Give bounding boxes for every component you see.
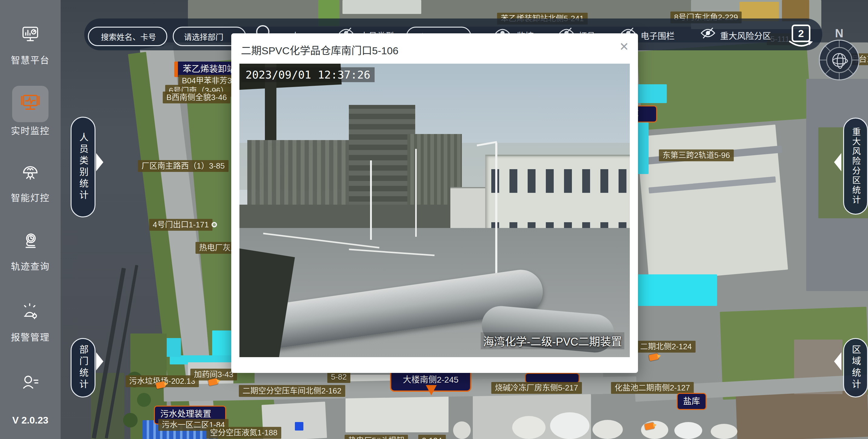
photo-light-pole [415,149,417,237]
view-toggle-badge: 2 [798,28,804,39]
map-label[interactable]: 4号门出口1-171 [149,219,213,231]
sidebar-item-personnel[interactable] [0,374,61,393]
sidebar-item-label: 轨迹查询 [0,259,61,272]
dashboard-monitor-icon [0,25,61,44]
sidebar-item-realtime-label[interactable]: 实时监控 [0,123,61,137]
map-label[interactable]: 热电厂5#斗提卸 [345,435,408,439]
photo-windows [491,169,628,193]
globe-icon [832,53,846,67]
photo-watermark: 海湾化学-二级-PVC二期装置 [481,332,624,349]
person-list-icon [0,374,61,393]
expand-arrow-icon[interactable] [96,352,103,371]
map-label[interactable]: 厂区南主路西（1）3-85 [138,160,228,172]
modal-title: 二期SPVC化学品仓库南门口5-106 [241,42,399,57]
expand-arrow-icon[interactable] [96,153,103,171]
compass-north-label: N [819,27,860,40]
alarm-manage-icon [0,302,61,322]
map-point-marker[interactable] [212,222,217,227]
sidebar-item-label: 实时监控 [0,123,61,137]
expand-arrow-icon[interactable] [834,153,841,171]
compass[interactable]: N [819,40,860,80]
map-label[interactable]: 东第三跨2轨道5-96 [659,149,734,161]
department-select-placeholder: 请选择部门 [184,31,223,42]
sidebar-item-smart-light[interactable]: 智能灯控 [0,163,61,204]
panel-tab-department-stats[interactable]: 部门统计 [71,338,95,398]
toggle-fence-label[interactable]: 电子围栏 [641,29,675,41]
map-label[interactable] [525,373,580,383]
panel-tab-personnel-category[interactable]: 人员类别统计 [71,117,95,217]
photo-timestamp: 2023/09/01 12:37:26 [241,67,375,82]
sidebar-item-label: 智慧平台 [0,53,61,66]
sidebar-item-alarm-manage[interactable]: 报警管理 [0,302,61,343]
map-label[interactable]: B西南侧全貌3-46 [163,92,230,104]
photo-light-pole [370,160,372,239]
panel-tab-risk-zone-stats[interactable]: 重大风险分区统计 [843,118,868,215]
track-query-icon [0,232,61,252]
map-label[interactable]: 2-134 [418,435,446,439]
search-input[interactable]: 搜索姓名、卡号 [88,27,167,46]
realtime-monitor-icon [19,92,42,116]
sidebar: 智慧平台 实时监控 [0,0,61,439]
eye-off-icon[interactable] [700,27,716,40]
map-label[interactable]: 化盐池二期南侧2-127 [611,382,694,394]
map-label[interactable]: 空分空压液氮1-188 [207,427,281,439]
sidebar-item-platform[interactable]: 智慧平台 [0,25,61,66]
map-label[interactable]: 二期北侧2-124 [637,341,695,353]
app-root: 苯乙烯装卸站北侧5-2418号门东北角2-2295-111月台东侧5苯乙烯装卸站… [0,0,868,439]
rotate-arrow-icon [788,40,814,48]
photo-structure [240,205,482,231]
panel-tab-area-stats[interactable]: 区域统计 [843,338,868,398]
photo-light-pole [495,143,497,278]
close-icon[interactable]: ✕ [619,40,629,53]
map-label[interactable]: 二期空分空压车间北侧2-162 [239,385,345,397]
sidebar-item-realtime-monitor[interactable] [12,86,49,122]
expand-arrow-icon[interactable] [834,352,841,371]
camera-snapshot: 2023/09/01 12:37:26 海湾化学-二级-PVC二期装置 [240,64,630,357]
map-label[interactable]: 盐库 [677,393,707,410]
app-version: V 2.0.23 [0,415,61,426]
camera-icon[interactable] [649,353,659,361]
sidebar-item-label: 智能灯控 [0,191,61,204]
map-label[interactable]: 烧碱冷冻厂房东侧5-217 [491,382,582,394]
camera-icon[interactable] [644,422,655,430]
view-toggle-2d-icon[interactable]: 2 [792,25,810,42]
toggle-risk-zone-label[interactable]: 重大风险分区 [720,29,771,41]
camera-modal: 二期SPVC化学品仓库南门口5-106 ✕ [231,33,638,373]
smart-light-icon [0,163,61,182]
sidebar-item-label: 报警管理 [0,330,61,343]
sidebar-item-track-query[interactable]: 轨迹查询 [0,232,61,272]
